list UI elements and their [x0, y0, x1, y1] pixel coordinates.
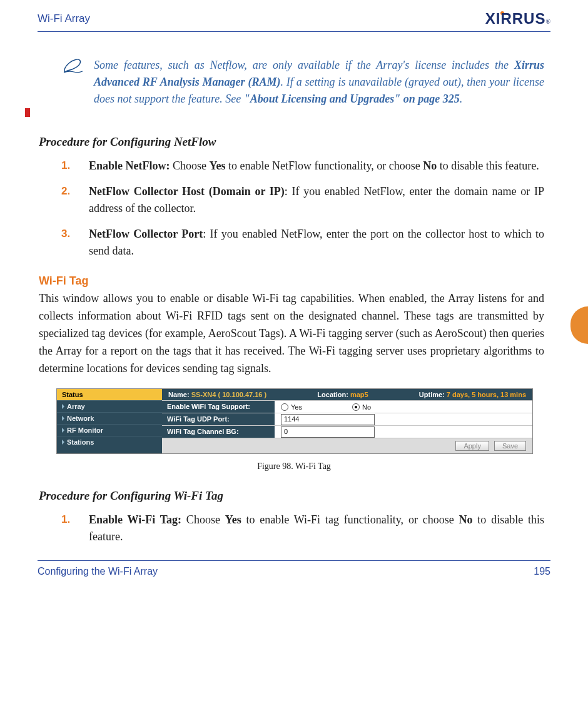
item-text: Choose — [170, 159, 210, 172]
row-value: 0 — [275, 426, 532, 438]
item-term: Enable Wi-Fi Tag: — [89, 513, 181, 526]
change-bar-icon — [25, 108, 30, 117]
radio-yes[interactable]: Yes — [281, 403, 302, 411]
item-number: 2. — [61, 183, 70, 199]
caret-icon — [62, 416, 64, 421]
item-text: to disable this feature. — [437, 159, 539, 172]
item-bold: Yes — [225, 513, 241, 526]
sidebar-item-label: Network — [67, 415, 94, 422]
hand-write-icon — [63, 57, 84, 108]
note-text: Some features, such as Netflow, are only… — [94, 57, 544, 108]
item-bold: No — [423, 159, 437, 172]
figure-caption: Figure 98. Wi-Fi Tag — [38, 461, 550, 471]
item-term: NetFlow Collector Port — [89, 228, 203, 240]
sidebar-item-label: RF Monitor — [67, 426, 103, 434]
radio-dot-fill-icon — [355, 406, 357, 408]
radio-group-enable: Yes No — [281, 403, 371, 411]
info-location-label: Location: — [317, 391, 348, 398]
sidebar-item-label: Array — [67, 403, 85, 410]
row-channel-bg: WiFi Tag Channel BG: 0 — [162, 425, 532, 438]
info-uptime-label: Uptime: — [419, 391, 445, 398]
row-value: 1144 — [275, 414, 532, 425]
item-number: 3. — [61, 226, 70, 242]
note-seg1: Some features, such as Netflow, are only… — [94, 59, 514, 71]
page-footer: Configuring the Wi-Fi Array 195 — [38, 560, 550, 577]
info-name-label: Name: — [168, 391, 190, 398]
page-header: Wi-Fi Array XIRRUS® — [38, 10, 550, 32]
side-tab — [570, 306, 588, 344]
radio-icon — [352, 403, 360, 411]
sidebar-item-network[interactable]: Network — [57, 412, 162, 424]
sidebar-item-label: Stations — [67, 438, 94, 446]
page-number: 195 — [534, 566, 550, 577]
apply-button[interactable]: Apply — [455, 441, 489, 451]
wifitag-heading: Wi-Fi Tag — [39, 275, 550, 288]
netflow-list: 1. Enable NetFlow: Choose Yes to enable … — [38, 158, 550, 260]
sidebar-item-stations[interactable]: Stations — [57, 436, 162, 448]
caret-icon — [62, 428, 64, 433]
info-uptime-value: 7 days, 5 hours, 13 mins — [447, 391, 526, 398]
row-label: WiFi Tag UDP Port: — [162, 413, 275, 425]
netflow-heading: Procedure for Configuring NetFlow — [39, 135, 550, 149]
radio-icon — [281, 403, 288, 411]
note-block: Some features, such as Netflow, are only… — [63, 57, 544, 108]
info-ip-value: ( 10.100.47.16 ) — [218, 391, 267, 398]
item-term: Enable NetFlow: — [89, 159, 170, 172]
row-value: Yes No — [275, 403, 532, 411]
sidebar-status: Status — [57, 389, 162, 400]
info-name-value: SS-XN4 — [191, 391, 216, 398]
item-term: NetFlow Collector Host (Domain or IP) — [89, 185, 285, 198]
wifitag-paragraph: This window allows you to enable or disa… — [39, 290, 544, 377]
row-label: Enable WiFi Tag Support: — [162, 401, 275, 413]
save-button[interactable]: Save — [494, 441, 526, 451]
item-text: to enable NetFlow functionality, or choo… — [226, 159, 423, 172]
registered-icon: ® — [545, 18, 550, 25]
sidebar-item-array[interactable]: Array — [57, 400, 162, 412]
info-location-value: map5 — [350, 391, 368, 398]
list-item: 1. Enable Wi-Fi Tag: Choose Yes to enabl… — [61, 512, 544, 545]
ui-sidebar: Status Array Network RF Monitor Stations — [57, 389, 162, 453]
item-number: 1. — [61, 158, 70, 174]
radio-no[interactable]: No — [352, 403, 371, 411]
list-item: 1. Enable NetFlow: Choose Yes to enable … — [61, 158, 544, 174]
logo-text: XIRRUS — [485, 10, 546, 28]
item-number: 1. — [61, 512, 70, 528]
channel-input[interactable]: 0 — [281, 426, 375, 438]
radio-label: No — [362, 403, 371, 411]
item-bold: Yes — [210, 159, 226, 172]
note-link: "About Licensing and Upgrades" on page 3… — [244, 93, 460, 105]
row-enable-tag: Enable WiFi Tag Support: Yes No — [162, 400, 532, 413]
item-text: Choose — [181, 513, 225, 526]
ui-info-bar: Name: SS-XN4 ( 10.100.47.16 ) Location: … — [162, 389, 532, 400]
udp-port-input[interactable]: 1144 — [281, 414, 375, 425]
list-item: 2. NetFlow Collector Host (Domain or IP)… — [61, 183, 544, 217]
ui-top-row: Status Array Network RF Monitor Stations… — [57, 389, 532, 453]
footer-section: Configuring the Wi-Fi Array — [38, 566, 158, 577]
ui-panel: Status Array Network RF Monitor Stations… — [56, 388, 533, 454]
figure-screenshot: Status Array Network RF Monitor Stations… — [56, 388, 550, 454]
ui-button-bar: Apply Save — [162, 438, 532, 453]
sidebar-item-rf[interactable]: RF Monitor — [57, 424, 162, 436]
row-udp-port: WiFi Tag UDP Port: 1144 — [162, 413, 532, 425]
row-label: WiFi Tag Channel BG: — [162, 426, 275, 438]
caret-icon — [62, 404, 64, 409]
wifitag-list: 1. Enable Wi-Fi Tag: Choose Yes to enabl… — [38, 512, 550, 545]
note-seg3: . — [460, 93, 463, 105]
radio-label: Yes — [291, 403, 302, 411]
list-item: 3. NetFlow Collector Port: If you enable… — [61, 226, 544, 260]
ui-main: Name: SS-XN4 ( 10.100.47.16 ) Location: … — [162, 389, 532, 453]
page: Wi-Fi Array XIRRUS® Some features, such … — [0, 0, 588, 596]
item-text: to enable Wi-Fi tag functionality, or ch… — [241, 513, 459, 526]
xirrus-logo: XIRRUS® — [485, 10, 550, 28]
wifitag-proc-heading: Procedure for Configuring Wi-Fi Tag — [39, 489, 550, 503]
running-head: Wi-Fi Array — [38, 13, 90, 25]
item-bold: No — [459, 513, 473, 526]
caret-icon — [62, 440, 64, 445]
